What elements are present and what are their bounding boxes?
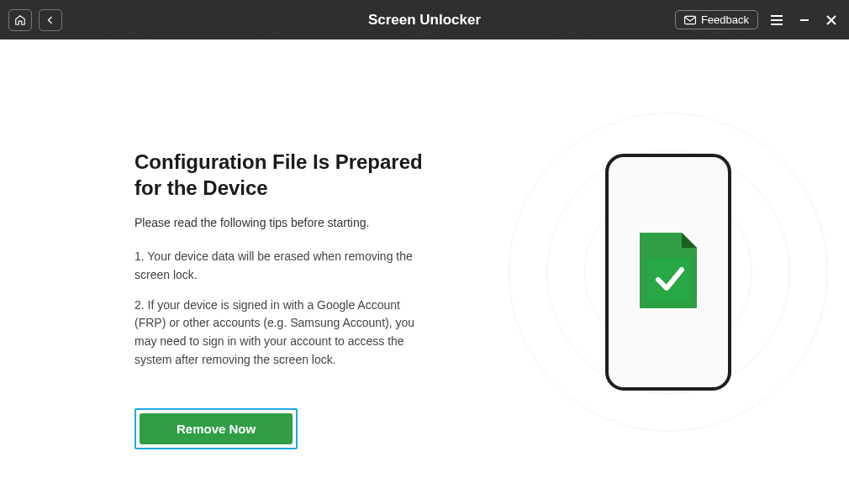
tip-2: 2. If your device is signed in with a Go…: [134, 297, 420, 370]
page-heading: Configuration File Is Prepared for the D…: [134, 149, 454, 201]
titlebar: Screen Unlocker Feedback: [0, 0, 849, 39]
back-button[interactable]: [39, 9, 62, 31]
content-area: Configuration File Is Prepared for the D…: [0, 39, 849, 504]
phone-illustration: [605, 154, 731, 391]
feedback-label: Feedback: [701, 13, 749, 26]
tip-1: 1. Your device data will be erased when …: [134, 248, 420, 284]
minimize-button[interactable]: [795, 13, 814, 28]
feedback-button[interactable]: Feedback: [675, 10, 758, 29]
mail-icon: [684, 15, 696, 25]
menu-button[interactable]: [767, 13, 787, 28]
app-title: Screen Unlocker: [368, 12, 481, 29]
home-button[interactable]: [8, 9, 32, 31]
text-pane: Configuration File Is Prepared for the D…: [0, 39, 488, 504]
remove-button-highlight: Remove Now: [134, 408, 298, 449]
svg-rect-0: [684, 16, 695, 24]
close-button[interactable]: [822, 13, 841, 28]
remove-now-button[interactable]: Remove Now: [140, 413, 293, 444]
titlebar-right: Feedback: [675, 10, 841, 29]
illustration-pane: [488, 39, 849, 504]
document-check-icon: [640, 233, 697, 312]
titlebar-left: [8, 9, 62, 31]
sub-heading: Please read the following tips before st…: [134, 216, 454, 229]
svg-rect-1: [646, 258, 690, 302]
